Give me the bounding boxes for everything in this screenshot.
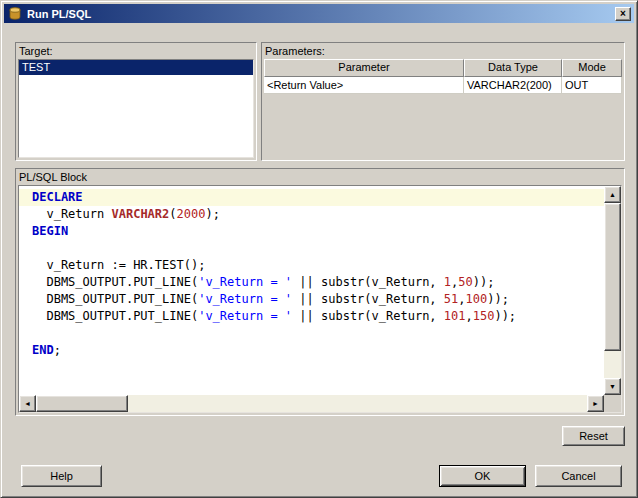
column-header[interactable]: Data Type [464,59,562,77]
parameter-row[interactable]: <Return Value>VARCHAR2(200)OUT [264,77,622,94]
target-list[interactable]: TEST [18,59,254,158]
scroll-down-icon: ▼ [609,383,616,390]
code-token: 2000 [177,207,206,221]
help-button[interactable]: Help [21,465,102,487]
code-line: DBMS_OUTPUT.PUT_LINE('v_Return = ' || su… [32,291,604,308]
parameter-cell: OUT [562,77,622,94]
code-line: DBMS_OUTPUT.PUT_LINE('v_Return = ' || su… [32,274,604,291]
code-token: 'v_Return = ' [198,275,292,289]
horizontal-scrollbar[interactable]: ◄ ► [19,395,604,412]
scroll-left-icon: ◄ [24,400,31,407]
code-token: )); [473,275,495,289]
scroll-right-icon: ► [592,400,599,407]
code-line [32,325,604,342]
code-token: 50 [458,275,472,289]
parameters-label: Parameters: [265,45,325,57]
close-icon: × [620,8,626,19]
code-line: v_Return VARCHAR2(2000); [32,206,604,223]
code-token: || substr(v_Return, [292,275,444,289]
code-token: DBMS_OUTPUT.PUT_LINE( [32,309,198,323]
code-line: BEGIN [32,223,604,240]
plsql-code-editor[interactable]: DECLARE v_Return VARCHAR2(2000);BEGIN v_… [18,185,622,413]
code-token: 100 [466,292,488,306]
parameters-group: Parameters: ParameterData TypeMode <Retu… [261,42,625,161]
code-token: VARCHAR2 [111,207,169,221]
code-token: 1 [444,275,451,289]
code-line: v_Return := HR.TEST(); [32,257,604,274]
column-header[interactable]: Mode [562,59,622,77]
window-title: Run PL/SQL [27,8,615,20]
code-token: 'v_Return = ' [198,309,292,323]
ok-button[interactable]: OK [439,465,526,487]
parameter-cell: VARCHAR2(200) [464,77,562,94]
code-token: 101 [444,309,466,323]
code-token: BEGIN [32,224,68,238]
code-line: DBMS_OUTPUT.PUT_LINE('v_Return = ' || su… [32,308,604,325]
code-line: END; [32,342,604,359]
run-plsql-dialog: Run PL/SQL × Target: TEST Parameters: Pa… [0,0,638,498]
scroll-left-button[interactable]: ◄ [19,395,36,412]
titlebar[interactable]: Run PL/SQL × [4,4,634,23]
code-token: 'v_Return = ' [198,292,292,306]
close-button[interactable]: × [615,7,631,21]
code-token: ; [54,343,61,357]
code-token: 150 [473,309,495,323]
code-token: ); [205,207,219,221]
code-token: , [466,309,473,323]
vertical-scrollbar[interactable]: ▲ ▼ [604,186,621,395]
code-token: || substr(v_Return, [292,292,444,306]
vertical-scrollbar-thumb[interactable] [604,203,621,351]
reset-button[interactable]: Reset [562,426,625,446]
plsql-block-group: PL/SQL Block DECLARE v_Return VARCHAR2(2… [15,168,625,416]
code-token: || substr(v_Return, [292,309,444,323]
parameters-body: <Return Value>VARCHAR2(200)OUT [264,77,622,94]
cancel-button[interactable]: Cancel [535,465,622,487]
code-token: )); [494,309,516,323]
code-line: DECLARE [19,189,604,206]
app-icon [7,6,23,22]
target-group: Target: TEST [15,42,257,161]
code-token: DBMS_OUTPUT.PUT_LINE( [32,292,198,306]
code-token: , [458,292,465,306]
code-area[interactable]: DECLARE v_Return VARCHAR2(2000);BEGIN v_… [19,186,604,395]
code-line [32,240,604,257]
scroll-down-button[interactable]: ▼ [604,378,621,395]
scroll-up-icon: ▲ [609,191,616,198]
scrollbar-corner [604,395,621,412]
code-token: ( [169,207,176,221]
column-header[interactable]: Parameter [264,59,464,77]
parameters-header-row: ParameterData TypeMode [264,59,622,77]
code-token: DBMS_OUTPUT.PUT_LINE( [32,275,198,289]
code-token: v_Return [32,207,111,221]
code-token: )); [487,292,509,306]
scroll-up-button[interactable]: ▲ [604,186,621,203]
target-list-item[interactable]: TEST [19,60,253,75]
parameter-cell: <Return Value> [264,77,464,94]
target-label: Target: [19,45,53,57]
code-token: END [32,343,54,357]
code-token: v_Return := HR.TEST(); [32,258,205,272]
scroll-right-button[interactable]: ► [587,395,604,412]
code-token: DECLARE [32,190,83,204]
plsql-block-label: PL/SQL Block [19,171,87,183]
code-token: 51 [444,292,458,306]
parameters-table: ParameterData TypeMode <Return Value>VAR… [264,59,622,158]
horizontal-scrollbar-thumb[interactable] [36,395,128,412]
